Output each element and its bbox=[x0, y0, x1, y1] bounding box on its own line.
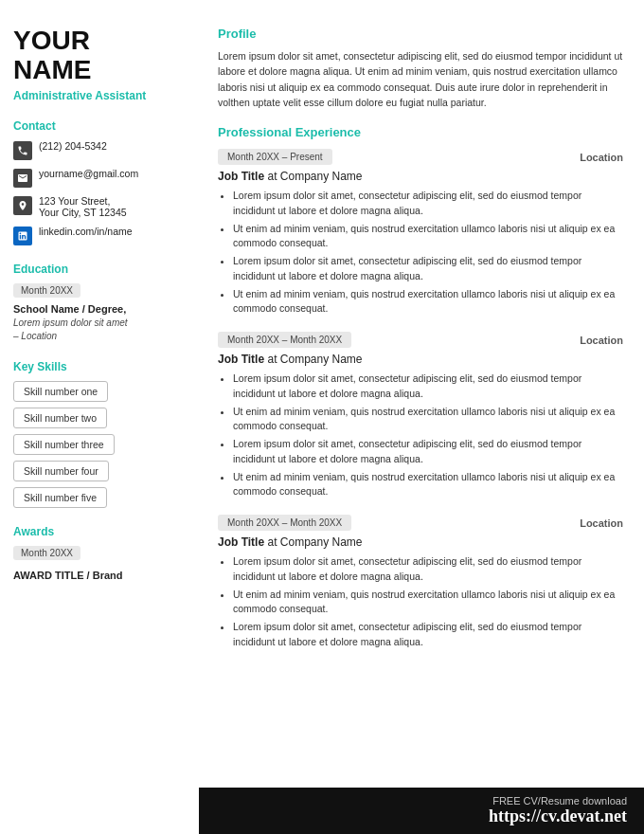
contact-list: (212) 204-5342 yourname@gmail.com 123 Yo… bbox=[13, 140, 184, 245]
skills-label: Key Skills bbox=[13, 360, 184, 373]
exp-company-3: Company Name bbox=[280, 535, 363, 549]
footer-bar: FREE CV/Resume download https://cv.devat… bbox=[199, 788, 644, 834]
exp-at-2: at bbox=[267, 353, 279, 366]
exp-at-1: at bbox=[267, 170, 279, 183]
exp-bullet-1-1: Lorem ipsum dolor sit amet, consectetur … bbox=[233, 189, 623, 219]
exp-location-2: Location bbox=[580, 335, 623, 346]
resume-page: YOUR NAME Administrative Assistant Conta… bbox=[0, 0, 644, 834]
education-label: Education bbox=[13, 263, 184, 276]
linkedin-value: linkedin.com/in/name bbox=[39, 226, 133, 237]
award-date-badge: Month 20XX bbox=[13, 546, 80, 560]
exp-bullet-2-2: Ut enim ad minim veniam, quis nostrud ex… bbox=[233, 405, 623, 435]
location-icon bbox=[13, 196, 32, 215]
exp-at-3: at bbox=[267, 535, 279, 549]
exp-company-1: Company Name bbox=[280, 170, 363, 183]
footer-top-text: FREE CV/Resume download bbox=[216, 795, 627, 807]
awards-label: Awards bbox=[13, 525, 184, 538]
contact-phone: (212) 204-5342 bbox=[13, 140, 184, 160]
exp-job-title-3: Job Title at Company Name bbox=[218, 535, 623, 549]
skill-5: Skill number five bbox=[13, 487, 107, 508]
contact-email: yourname@gmail.com bbox=[13, 168, 184, 188]
skill-1: Skill number one bbox=[13, 381, 108, 402]
contact-label: Contact bbox=[13, 119, 184, 133]
exp-date-2: Month 20XX – Month 20XX bbox=[218, 332, 351, 348]
exp-job-title-2: Job Title at Company Name bbox=[218, 353, 623, 366]
contact-linkedin: linkedin.com/in/name bbox=[13, 226, 184, 245]
exp-header-2: Month 20XX – Month 20XX Location bbox=[218, 332, 623, 348]
exp-bullet-1-4: Ut enim ad minim veniam, quis nostrud ex… bbox=[233, 287, 623, 317]
footer-url: https://cv.devat.net bbox=[216, 807, 627, 826]
first-name: YOUR bbox=[13, 27, 184, 56]
exp-bullet-1-2: Ut enim ad minim veniam, quis nostrud ex… bbox=[233, 222, 623, 252]
edu-date-badge: Month 20XX bbox=[13, 283, 80, 298]
sidebar: YOUR NAME Administrative Assistant Conta… bbox=[0, 0, 199, 834]
experience-heading: Professional Experience bbox=[218, 125, 623, 139]
profile-heading: Profile bbox=[218, 27, 623, 41]
exp-header-1: Month 20XX – Present Location bbox=[218, 149, 623, 165]
exp-title-text-3: Job Title bbox=[218, 535, 264, 549]
exp-title-text-2: Job Title bbox=[218, 353, 264, 366]
exp-job-title-1: Job Title at Company Name bbox=[218, 170, 623, 183]
main-content: Profile Lorem ipsum dolor sit amet, cons… bbox=[199, 0, 644, 834]
exp-entry-2: Month 20XX – Month 20XX Location Job Tit… bbox=[218, 332, 623, 499]
skill-3: Skill number three bbox=[13, 434, 115, 455]
exp-bullets-1: Lorem ipsum dolor sit amet, consectetur … bbox=[218, 189, 623, 317]
exp-date-1: Month 20XX – Present bbox=[218, 149, 332, 165]
exp-bullet-3-3: Lorem ipsum dolor sit amet, consectetur … bbox=[233, 620, 623, 650]
exp-entry-1: Month 20XX – Present Location Job Title … bbox=[218, 149, 623, 317]
last-name: NAME bbox=[13, 56, 184, 85]
exp-location-1: Location bbox=[580, 152, 623, 163]
exp-entry-3: Month 20XX – Month 20XX Location Job Tit… bbox=[218, 515, 623, 650]
name-block: YOUR NAME Administrative Assistant bbox=[13, 27, 184, 102]
phone-icon bbox=[13, 141, 32, 160]
exp-bullet-2-4: Ut enim ad minim veniam, quis nostrud ex… bbox=[233, 470, 623, 500]
exp-company-2: Company Name bbox=[280, 353, 363, 366]
phone-value: (212) 204-5342 bbox=[39, 140, 107, 152]
profile-text: Lorem ipsum dolor sit amet, consectetur … bbox=[218, 48, 623, 110]
exp-bullet-2-3: Lorem ipsum dolor sit amet, consectetur … bbox=[233, 437, 623, 467]
skill-2: Skill number two bbox=[13, 408, 107, 428]
linkedin-icon bbox=[13, 227, 32, 245]
exp-date-3: Month 20XX – Month 20XX bbox=[218, 515, 351, 531]
exp-header-3: Month 20XX – Month 20XX Location bbox=[218, 515, 623, 531]
email-value: yourname@gmail.com bbox=[39, 168, 138, 179]
skill-4: Skill number four bbox=[13, 461, 109, 481]
exp-bullet-2-1: Lorem ipsum dolor sit amet, consectetur … bbox=[233, 372, 623, 402]
skills-list: Skill number one Skill number two Skill … bbox=[13, 381, 184, 508]
exp-bullet-1-3: Lorem ipsum dolor sit amet, consectetur … bbox=[233, 254, 623, 284]
email-icon bbox=[13, 169, 32, 188]
exp-bullet-3-1: Lorem ipsum dolor sit amet, consectetur … bbox=[233, 554, 623, 585]
exp-bullet-3-2: Ut enim ad minim veniam, quis nostrud ex… bbox=[233, 588, 623, 618]
award-title: AWARD TITLE / Brand bbox=[13, 570, 184, 581]
exp-location-3: Location bbox=[580, 517, 623, 529]
contact-address: 123 Your Street, Your City, ST 12345 bbox=[13, 195, 184, 218]
address-value: 123 Your Street, Your City, ST 12345 bbox=[39, 195, 127, 218]
exp-title-text-1: Job Title bbox=[218, 170, 264, 183]
school-name: School Name / Degree, bbox=[13, 303, 184, 315]
school-desc: Lorem ipsum dolor sit amet – Location bbox=[13, 317, 184, 343]
exp-bullets-2: Lorem ipsum dolor sit amet, consectetur … bbox=[218, 372, 623, 499]
exp-bullets-3: Lorem ipsum dolor sit amet, consectetur … bbox=[218, 554, 623, 650]
sidebar-job-title: Administrative Assistant bbox=[13, 89, 184, 102]
